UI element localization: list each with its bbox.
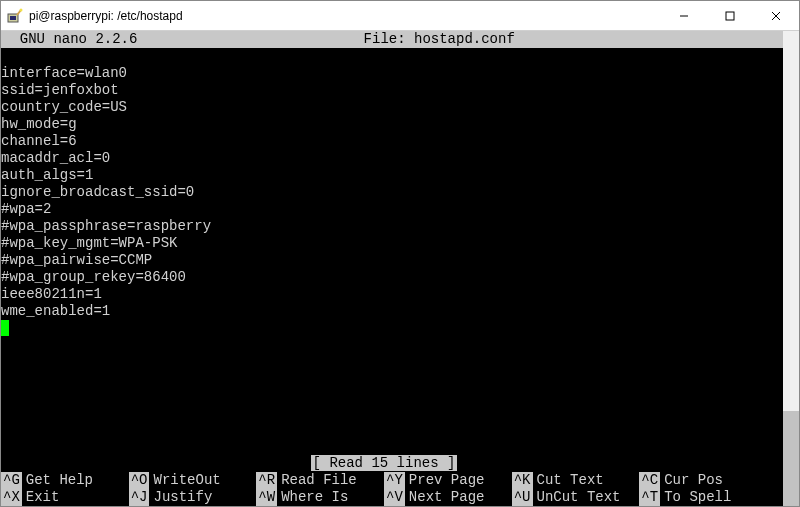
editor-line: channel=6 [1, 133, 783, 150]
editor-line: #wpa_key_mgmt=WPA-PSK [1, 235, 783, 252]
shortcut-row-1: ^GGet Help^OWriteOut^RRead File^YPrev Pa… [1, 472, 767, 489]
terminal[interactable]: GNU nano 2.2.6 File: hostapd.conf interf… [1, 31, 799, 506]
shortcut-row-2: ^XExit^JJustify^WWhere Is^VNext Page^UUn… [1, 489, 767, 506]
nano-titlebar: GNU nano 2.2.6 File: hostapd.conf [1, 31, 783, 48]
cursor [1, 320, 9, 336]
scroll-thumb[interactable] [783, 411, 799, 506]
shortcut-exit[interactable]: ^XExit [1, 489, 129, 506]
editor-line: hw_mode=g [1, 116, 783, 133]
shortcut-read-file[interactable]: ^RRead File [256, 472, 384, 489]
shortcut-key: ^V [384, 489, 405, 506]
editor-line: wme_enabled=1 [1, 303, 783, 320]
status-line: [ Read 15 lines ] [1, 455, 767, 472]
editor-line: #wpa_passphrase=raspberry [1, 218, 783, 235]
editor-line: #wpa_pairwise=CCMP [1, 252, 783, 269]
svg-rect-5 [726, 12, 734, 20]
shortcut-where-is[interactable]: ^WWhere Is [256, 489, 384, 506]
scrollbar[interactable] [783, 31, 799, 506]
shortcut-prev-page[interactable]: ^YPrev Page [384, 472, 512, 489]
shortcut-to-spell[interactable]: ^TTo Spell [639, 489, 767, 506]
editor-line: country_code=US [1, 99, 783, 116]
shortcut-key: ^C [639, 472, 660, 489]
shortcut-get-help[interactable]: ^GGet Help [1, 472, 129, 489]
editor-line: #wpa=2 [1, 201, 783, 218]
shortcut-label: UnCut Text [537, 489, 621, 506]
shortcut-label: Prev Page [409, 472, 485, 489]
shortcut-cut-text[interactable]: ^KCut Text [512, 472, 640, 489]
window-frame: pi@raspberrypi: /etc/hostapd GNU nano 2.… [0, 0, 800, 507]
shortcut-label: Read File [281, 472, 357, 489]
shortcut-label: Justify [153, 489, 212, 506]
window-titlebar[interactable]: pi@raspberrypi: /etc/hostapd [1, 1, 799, 31]
shortcut-writeout[interactable]: ^OWriteOut [129, 472, 257, 489]
shortcut-label: Exit [26, 489, 60, 506]
editor-line: ssid=jenfoxbot [1, 82, 783, 99]
shortcut-justify[interactable]: ^JJustify [129, 489, 257, 506]
window-buttons [661, 1, 799, 30]
editor-line: #wpa_group_rekey=86400 [1, 269, 783, 286]
editor-line: auth_algs=1 [1, 167, 783, 184]
shortcut-label: Next Page [409, 489, 485, 506]
editor-line: macaddr_acl=0 [1, 150, 783, 167]
svg-point-3 [20, 8, 23, 11]
shortcut-next-page[interactable]: ^VNext Page [384, 489, 512, 506]
putty-icon [7, 8, 23, 24]
shortcut-label: Cut Text [537, 472, 604, 489]
editor-line: interface=wlan0 [1, 65, 783, 82]
shortcut-cur-pos[interactable]: ^CCur Pos [639, 472, 767, 489]
close-button[interactable] [753, 1, 799, 30]
shortcut-key: ^Y [384, 472, 405, 489]
window-title: pi@raspberrypi: /etc/hostapd [29, 9, 661, 23]
shortcut-label: Where Is [281, 489, 348, 506]
shortcut-key: ^X [1, 489, 22, 506]
shortcut-bar: ^GGet Help^OWriteOut^RRead File^YPrev Pa… [1, 472, 767, 506]
editor-content[interactable]: interface=wlan0ssid=jenfoxbotcountry_cod… [1, 65, 783, 337]
editor-line: ieee80211n=1 [1, 286, 783, 303]
maximize-button[interactable] [707, 1, 753, 30]
shortcut-key: ^G [1, 472, 22, 489]
shortcut-key: ^O [129, 472, 150, 489]
shortcut-key: ^J [129, 489, 150, 506]
shortcut-key: ^K [512, 472, 533, 489]
nano-program: GNU nano 2.2.6 [3, 31, 137, 48]
svg-rect-1 [10, 16, 16, 20]
shortcut-label: Cur Pos [664, 472, 723, 489]
editor-line: ignore_broadcast_ssid=0 [1, 184, 783, 201]
nano-file-label: File: hostapd.conf [137, 31, 741, 48]
minimize-button[interactable] [661, 1, 707, 30]
shortcut-key: ^U [512, 489, 533, 506]
status-text: [ Read 15 lines ] [311, 455, 458, 471]
shortcut-label: To Spell [664, 489, 731, 506]
cursor-line [1, 320, 783, 337]
shortcut-uncut-text[interactable]: ^UUnCut Text [512, 489, 640, 506]
shortcut-key: ^T [639, 489, 660, 506]
shortcut-key: ^R [256, 472, 277, 489]
shortcut-key: ^W [256, 489, 277, 506]
shortcut-label: Get Help [26, 472, 93, 489]
shortcut-label: WriteOut [153, 472, 220, 489]
